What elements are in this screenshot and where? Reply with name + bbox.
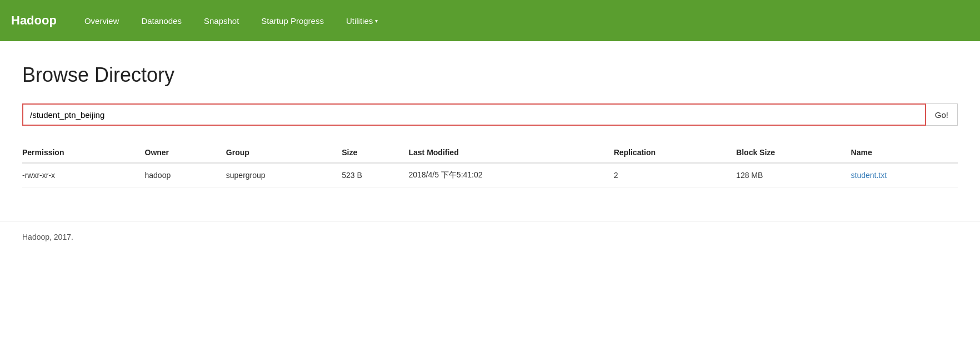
col-name: Name — [851, 142, 958, 163]
table-header: Permission Owner Group Size Last Modifie… — [22, 142, 958, 163]
cell-replication: 2 — [614, 163, 736, 187]
cell-last-modified: 2018/4/5 下午5:41:02 — [408, 163, 613, 187]
nav-item-snapshot: Snapshot — [193, 11, 250, 31]
nav-link-datanodes[interactable]: Datanodes — [130, 11, 193, 31]
col-last-modified: Last Modified — [408, 142, 613, 163]
page-title: Browse Directory — [22, 63, 958, 87]
nav-link-overview[interactable]: Overview — [73, 11, 131, 31]
table-header-row: Permission Owner Group Size Last Modifie… — [22, 142, 958, 163]
file-link[interactable]: student.txt — [851, 171, 887, 180]
table-row: -rwxr-xr-x hadoop supergroup 523 B 2018/… — [22, 163, 958, 187]
cell-block-size: 128 MB — [736, 163, 851, 187]
path-input[interactable] — [22, 103, 926, 126]
navbar: Hadoop Overview Datanodes Snapshot Start… — [0, 0, 980, 41]
nav-item-overview: Overview — [73, 11, 131, 31]
col-owner: Owner — [145, 142, 226, 163]
directory-table: Permission Owner Group Size Last Modifie… — [22, 142, 958, 187]
nav-item-startup-progress: Startup Progress — [250, 11, 335, 31]
table-body: -rwxr-xr-x hadoop supergroup 523 B 2018/… — [22, 163, 958, 187]
nav-item-datanodes: Datanodes — [130, 11, 193, 31]
col-size: Size — [342, 142, 408, 163]
cell-name: student.txt — [851, 163, 958, 187]
go-button[interactable]: Go! — [926, 103, 958, 126]
cell-permission: -rwxr-xr-x — [22, 163, 145, 187]
cell-owner: hadoop — [145, 163, 226, 187]
navbar-nav: Overview Datanodes Snapshot Startup Prog… — [73, 11, 389, 31]
main-content: Browse Directory Go! Permission Owner Gr… — [0, 41, 980, 221]
path-input-row: Go! — [22, 103, 958, 126]
navbar-brand[interactable]: Hadoop — [11, 13, 57, 28]
nav-item-utilities: Utilities ▾ — [335, 11, 389, 31]
col-permission: Permission — [22, 142, 145, 163]
nav-link-snapshot[interactable]: Snapshot — [193, 11, 250, 31]
nav-link-startup-progress[interactable]: Startup Progress — [250, 11, 335, 31]
col-group: Group — [226, 142, 342, 163]
cell-group: supergroup — [226, 163, 342, 187]
footer: Hadoop, 2017. — [0, 221, 980, 253]
cell-size: 523 B — [342, 163, 408, 187]
col-block-size: Block Size — [736, 142, 851, 163]
col-replication: Replication — [614, 142, 736, 163]
nav-link-utilities[interactable]: Utilities ▾ — [335, 11, 389, 31]
footer-text: Hadoop, 2017. — [22, 233, 73, 241]
dropdown-arrow-icon: ▾ — [375, 18, 378, 24]
